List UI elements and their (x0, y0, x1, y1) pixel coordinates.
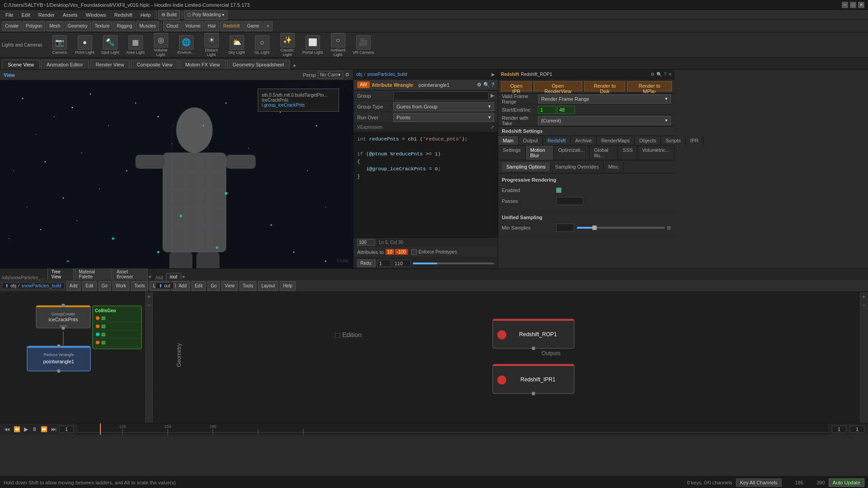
green-item-3[interactable]: ▤ (95, 330, 139, 338)
group-type-dropdown[interactable]: Guess from Group ▾ (393, 102, 494, 111)
sampling-overrides-tab[interactable]: Sampling Overrides (551, 162, 604, 171)
rs-subtab-settings[interactable]: Settings (498, 145, 526, 160)
rs-go-btn[interactable]: Go (208, 281, 220, 291)
maximize-button[interactable]: □ (850, 2, 856, 8)
distant-light-tool[interactable]: ☀ Distant Light (200, 33, 223, 58)
enabled-checkbox[interactable] (556, 188, 561, 193)
tools-btn[interactable]: Tools (131, 281, 148, 291)
reduce-input-110[interactable] (393, 260, 411, 267)
render-take-dropdown[interactable]: (Current) ▾ (538, 116, 671, 125)
rs-tab-archive[interactable]: Archive (571, 136, 597, 145)
camera-tool[interactable]: 📷 Camera (48, 34, 71, 56)
no-cam-dropdown[interactable]: No Cam▾ (318, 71, 343, 79)
green-item-2[interactable]: ▤ (95, 322, 139, 330)
node-zoom-in[interactable]: + (147, 294, 151, 300)
add-tab-btn3[interactable]: + (182, 274, 185, 280)
code-editor[interactable]: int reducePnts = chi ('reduce_pnts'); if… (354, 132, 498, 238)
gl-light-tool[interactable]: ○ GL Light (250, 34, 274, 56)
search-icon[interactable]: 🔍 (483, 82, 490, 88)
obj-nav-icon[interactable]: ⬆ (5, 283, 9, 288)
rs-view-btn[interactable]: View (222, 281, 238, 291)
edit-node-btn[interactable]: Edit (82, 281, 96, 291)
misc-tab[interactable]: Misc (604, 162, 623, 171)
menu-windows[interactable]: Windows (82, 11, 110, 19)
work-btn[interactable]: Work (113, 281, 129, 291)
caustic-light-tool[interactable]: ✨ Caustic Light (276, 33, 299, 58)
poly-modeling-btn[interactable]: ⬡ Poly Modeling ▾ (184, 10, 227, 20)
render-to-mplay-btn[interactable]: Render to MPla› (627, 81, 672, 91)
menu-redshift[interactable]: Redshift (110, 11, 136, 19)
rs-subtab-motion-blur[interactable]: Motion Blur (526, 145, 554, 160)
min-samples-slider[interactable] (577, 227, 665, 229)
ambient-light-tool[interactable]: ○ Ambient Light (326, 33, 350, 58)
settings-icon[interactable]: ⚙ (477, 82, 481, 88)
rs-tab-ipr[interactable]: IPR (686, 136, 703, 145)
cloud-btn[interactable]: Cloud (163, 21, 181, 31)
open-ipr-btn[interactable]: Open IPR (501, 81, 532, 91)
reduce-slider-track[interactable] (413, 263, 494, 264)
redshift-btn[interactable]: Redshift (220, 21, 243, 31)
area-light-tool[interactable]: ▦ Area Light (124, 34, 147, 56)
path-obj[interactable]: obj (356, 72, 362, 77)
run-over-dropdown[interactable]: Points ▾ (393, 113, 494, 122)
tab-material-palette[interactable]: Material Palette (75, 268, 112, 280)
green-item-4[interactable]: ▤ (95, 338, 139, 347)
rs-tab-scripts[interactable]: Scripts (661, 136, 686, 145)
min-samples-input[interactable] (556, 224, 574, 232)
tl-end-btn[interactable]: ⏭ (50, 425, 57, 433)
vr-camera-tool[interactable]: 🎥 VR Camera (352, 34, 375, 56)
min-samples-handle[interactable] (592, 225, 597, 230)
frame-start-input[interactable] (832, 426, 846, 433)
rs-layout-btn[interactable]: Layout (258, 281, 278, 291)
go-btn[interactable]: Go (99, 281, 111, 291)
rs-settings-icon[interactable]: ⚙ (651, 72, 655, 77)
point-light-tool[interactable]: ● Point Light (73, 34, 97, 56)
node-iceCrackPnts[interactable]: GroupCreate iceCrackPnts SOS (36, 304, 90, 330)
rs-add-btn[interactable]: Add (175, 281, 190, 291)
rs-help-btn[interactable]: Help (280, 281, 296, 291)
rigging-btn[interactable]: Rigging (113, 21, 135, 31)
tab-animation-editor[interactable]: Animation Editor (41, 60, 89, 69)
mesh-btn[interactable]: Mesh (46, 21, 63, 31)
viewport-settings-icon[interactable]: ⚙ (345, 72, 349, 78)
sampling-options-tab[interactable]: Sampling Options (502, 162, 551, 171)
timeline-track[interactable]: 120 150 180 (77, 423, 828, 435)
menu-render[interactable]: Render (35, 11, 58, 19)
rs-subtab-sss[interactable]: SSS (618, 145, 637, 160)
tab-scene-view[interactable]: Scene View (2, 60, 40, 69)
tab-tree-view[interactable]: Tree View (47, 268, 74, 280)
menu-edit[interactable]: Edit (18, 11, 34, 19)
expand-vex-btn[interactable]: ⤢ (491, 125, 494, 130)
close-button[interactable]: ✕ (858, 2, 864, 8)
node-zoom-out[interactable]: − (147, 302, 151, 308)
rs-subtab-optimization[interactable]: Optimizati... (554, 145, 590, 160)
open-render-view-btn[interactable]: Open RenderView (533, 81, 582, 91)
hair-btn[interactable]: Hair (204, 21, 219, 31)
line-number-input[interactable] (357, 239, 375, 246)
frame-range-dropdown[interactable]: Render Frame Range ▾ (538, 94, 671, 103)
texture-btn[interactable]: Texture (92, 21, 113, 31)
reduce-button[interactable]: Redu: (357, 259, 376, 267)
spot-light-tool[interactable]: 🔦 Spot Light (99, 34, 122, 56)
tab-asset-browser[interactable]: Asset Browser (113, 268, 147, 280)
rs-tab-objects[interactable]: Objects (635, 136, 661, 145)
add-tab-btn2[interactable]: + (148, 274, 151, 280)
key-all-channels-btn[interactable]: Key All Channels (736, 479, 782, 487)
rs-tab-main[interactable]: Main (498, 136, 519, 145)
rs-zoom-out[interactable]: − (862, 302, 865, 308)
help-icon[interactable]: ? (491, 82, 494, 88)
muscles-btn[interactable]: Muscles (136, 21, 159, 31)
add-node-btn[interactable]: Add (66, 281, 81, 291)
tl-prev-btn[interactable]: ⏪ (13, 425, 21, 433)
green-item-1[interactable]: ▤ (95, 314, 139, 322)
sky-light-tool[interactable]: ⛅ Sky Light (225, 34, 249, 56)
group-expand-btn[interactable]: ▶ (491, 93, 494, 99)
group-input[interactable] (393, 91, 489, 100)
attr-val-10[interactable]: 10 (386, 249, 394, 255)
frame-input[interactable] (59, 426, 74, 433)
menu-help[interactable]: Help (137, 11, 155, 19)
obj-btn[interactable]: obj (10, 283, 16, 288)
volume-btn[interactable]: Volume (182, 21, 203, 31)
persp-label[interactable]: Persp (303, 72, 316, 78)
menu-file[interactable]: File (2, 11, 17, 19)
